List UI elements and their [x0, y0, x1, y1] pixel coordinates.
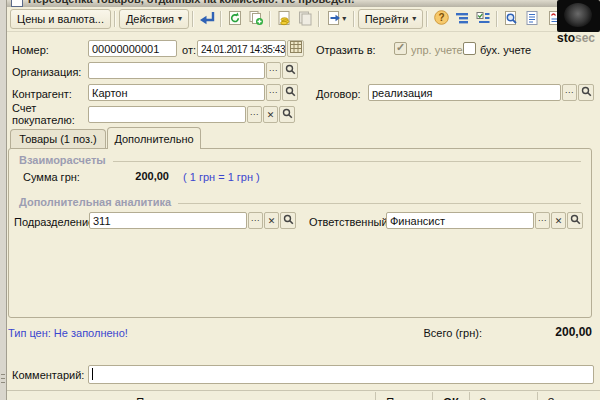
find-in-list-button[interactable] — [501, 9, 521, 29]
department-label: Подразделение: — [14, 216, 97, 228]
responsible-clear-button[interactable] — [551, 212, 566, 229]
main-toolbar: Цены и валюта... Действия Перейти ? ДтКт — [7, 7, 600, 32]
save-button[interactable]: Записать — [472, 391, 535, 400]
help-icon: ? — [433, 9, 450, 29]
total-label: Всего (грн): — [372, 327, 482, 339]
dropdown-caret-icon — [342, 15, 346, 23]
toolbar-separator — [114, 11, 116, 27]
toolbar-separator — [269, 11, 271, 27]
find-icon — [503, 10, 519, 29]
organization-open-button[interactable] — [282, 62, 298, 79]
department-choose-button[interactable] — [248, 212, 263, 229]
unpost-document-button[interactable] — [295, 9, 315, 29]
actions-label: Действия — [126, 13, 174, 25]
invoice-open-button[interactable] — [279, 106, 295, 123]
toolbar-separator — [353, 11, 355, 27]
invoice-input[interactable] — [88, 106, 246, 123]
watermark-text-bold: sto — [557, 31, 575, 45]
organization-input[interactable] — [88, 62, 265, 79]
counterparty-open-button[interactable] — [282, 84, 298, 101]
department-clear-button[interactable] — [264, 212, 279, 229]
contract-input[interactable]: реализация — [368, 84, 561, 101]
book-accounting-checkbox[interactable] — [463, 42, 476, 55]
responsible-label: Ответственный: — [309, 216, 391, 228]
magnifier-icon — [570, 213, 581, 228]
goto-menu-button[interactable]: Перейти — [358, 9, 424, 29]
prices-currency-label: Цены и валюта... — [17, 13, 104, 25]
ok-button[interactable]: ОК — [435, 391, 466, 400]
comment-label: Комментарий: — [12, 369, 84, 381]
post-icon — [276, 10, 292, 29]
splitter-grip-icon[interactable] — [1, 374, 5, 386]
responsible-choose-button[interactable] — [535, 212, 550, 229]
number-input[interactable]: 00000000001 — [88, 40, 177, 57]
counterparty-choose-button[interactable] — [266, 84, 281, 101]
settlements-section-header: Взаиморасчеты — [19, 154, 581, 166]
exchange-rate-note: ( 1 грн = 1 грн ) — [183, 171, 260, 183]
help-button[interactable]: ? — [431, 9, 451, 29]
invoice-choose-button[interactable] — [247, 106, 262, 123]
watermark-text-light: sec — [575, 31, 595, 45]
number-label: Номер: — [12, 44, 49, 56]
date-input[interactable]: 24.01.2017 14:35:43 — [197, 40, 286, 57]
reflect-in-label: Отразить в: — [316, 44, 376, 56]
organization-label: Организация: — [12, 66, 81, 78]
document-print-form-button[interactable]: Переоценка товаров, отданных на комиссию — [128, 391, 373, 400]
contract-choose-button[interactable] — [562, 84, 577, 101]
responsible-input[interactable]: Финансист — [386, 212, 534, 229]
bottom-button-bar: Переоценка товаров, отданных на комиссию… — [7, 391, 598, 400]
comment-input[interactable] — [88, 365, 594, 384]
svg-text:?: ? — [438, 12, 444, 23]
department-input[interactable]: 311 — [89, 212, 247, 229]
invoice-label-line2: покупателю: — [12, 114, 75, 126]
price-type-note[interactable]: Тип цен: Не заполнено! — [8, 327, 128, 339]
magnifier-icon — [283, 213, 294, 228]
magnifier-icon — [581, 85, 592, 100]
related-documents-button[interactable] — [473, 9, 493, 29]
forward-button[interactable] — [323, 9, 350, 29]
tab-additional-label: Дополнительно — [114, 133, 193, 145]
department-open-button[interactable] — [280, 212, 296, 229]
analytics-section-header: Дополнительная аналитика — [19, 196, 581, 208]
print-button[interactable]: Печать — [378, 391, 430, 400]
goto-label: Перейти — [365, 13, 409, 25]
toolbar-separator — [220, 11, 222, 27]
magnifier-icon — [285, 85, 296, 100]
reread-button[interactable] — [225, 9, 245, 29]
report-button[interactable] — [522, 9, 542, 29]
analytics-header-label: Дополнительная аналитика — [19, 196, 171, 208]
copy-button[interactable] — [246, 9, 266, 29]
copy-add-icon — [248, 10, 264, 29]
button-separator — [375, 392, 376, 400]
vendor-watermark: stosec — [557, 0, 600, 48]
post-document-button[interactable] — [274, 9, 294, 29]
forward-icon — [326, 10, 342, 29]
toolbar-separator — [192, 11, 194, 27]
calendar-button[interactable] — [287, 40, 304, 57]
structure-button[interactable] — [452, 9, 472, 29]
organization-choose-button[interactable] — [266, 62, 281, 79]
write-button[interactable] — [197, 9, 217, 29]
contract-open-button[interactable] — [578, 84, 594, 101]
refresh-icon — [227, 10, 243, 29]
counterparty-input[interactable]: Картон — [88, 84, 265, 101]
prices-currency-button[interactable]: Цены и валюта... — [10, 9, 111, 29]
book-accounting-label: бух. учете — [480, 44, 531, 56]
mgmt-accounting-checkbox[interactable] — [394, 42, 407, 55]
actions-menu-button[interactable]: Действия — [119, 9, 189, 29]
invoice-label-line1: Счет — [12, 102, 36, 114]
date-label: от: — [182, 44, 196, 56]
sum-value: 200,00 — [69, 170, 169, 182]
related-documents-icon — [475, 10, 491, 29]
responsible-open-button[interactable] — [567, 212, 583, 229]
invoice-clear-button[interactable] — [263, 106, 278, 123]
button-separator — [537, 392, 538, 400]
tab-additional[interactable]: Дополнительно — [107, 127, 201, 149]
mgmt-accounting-label: упр. учете — [411, 44, 463, 56]
close-button[interactable]: Закрыть — [540, 391, 598, 400]
tab-goods[interactable]: Товары (1 поз.) — [10, 129, 106, 149]
calendar-icon — [290, 41, 302, 56]
magnifier-icon — [282, 107, 293, 122]
settlements-header-label: Взаиморасчеты — [19, 154, 106, 166]
structure-icon — [454, 10, 470, 29]
